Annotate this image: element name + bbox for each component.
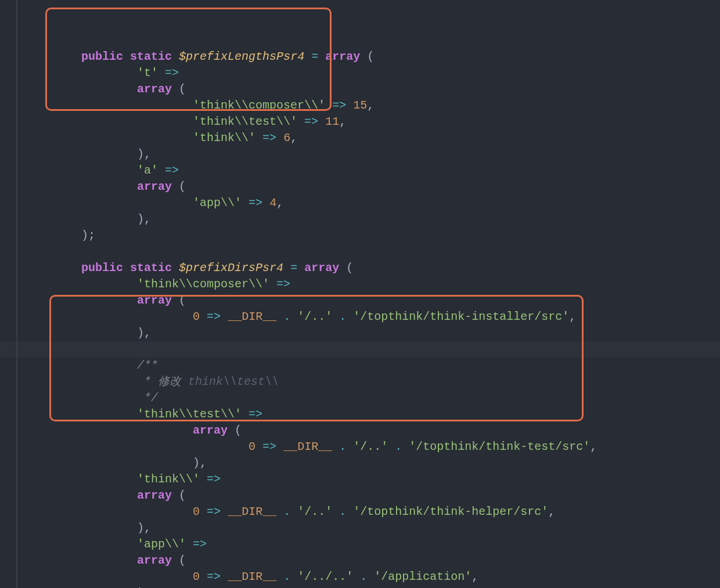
token-op: => [262, 440, 276, 453]
token-punct: ( [360, 50, 374, 63]
token-punct [158, 164, 165, 177]
token-str: 'think\\composer\\' [137, 277, 269, 291]
code-line: 0 => __DIR__ . '/../..' . '/application'… [0, 569, 720, 585]
token-punct [200, 310, 207, 323]
code-line: 'think\\composer\\' => 15, [0, 98, 720, 114]
code-line: ), [0, 325, 720, 341]
token-op: = [290, 261, 297, 275]
token-op: => [276, 277, 290, 291]
token-kw-static: static [130, 50, 172, 63]
token-num: 0 [193, 570, 200, 583]
token-op: => [207, 505, 221, 518]
token-punct [123, 50, 130, 63]
code-line: 0 => __DIR__ . '/..' . '/topthink/think-… [0, 504, 720, 520]
token-punct: , [144, 326, 151, 340]
token-num: 0 [193, 505, 200, 518]
token-str: '/../..' [297, 570, 353, 583]
token-punct [276, 570, 283, 583]
token-str: 'think\\test\\' [193, 115, 297, 128]
token-punct [332, 505, 339, 518]
token-num: 11 [325, 115, 339, 128]
code-line: 'think\\' => [0, 471, 720, 488]
token-kw-array: array [137, 554, 172, 567]
code-line: ), [0, 211, 720, 228]
token-punct [262, 196, 269, 210]
token-kw-public: public [81, 261, 123, 275]
token-punct: ; [88, 229, 95, 242]
token-op: . [283, 570, 290, 583]
token-punct [297, 261, 304, 275]
token-op: => [165, 66, 179, 80]
token-punct: ) [137, 147, 144, 161]
token-kw-array: array [304, 261, 339, 275]
token-punct: ( [172, 82, 186, 96]
code-line: 'think\\composer\\' => [0, 276, 720, 293]
token-punct [346, 440, 353, 453]
token-kw-array: array [325, 50, 360, 63]
code-line: 't' => [0, 65, 720, 81]
token-punct [276, 440, 283, 453]
token-punct: ) [137, 326, 144, 340]
code-line: array ( [0, 81, 720, 98]
token-op: . [339, 505, 346, 518]
token-op: => [165, 164, 179, 177]
code-line: /** [0, 358, 720, 374]
token-op: . [339, 310, 346, 323]
token-punct [242, 407, 249, 421]
code-line: 0 => __DIR__ . '/..' . '/topthink/think-… [0, 309, 720, 325]
token-punct [304, 50, 311, 63]
token-num: 0 [193, 310, 200, 323]
token-op: . [395, 440, 402, 453]
token-op: . [283, 310, 290, 323]
token-punct: , [367, 99, 374, 112]
token-punct [332, 440, 339, 453]
code-line: public static $prefixDirsPsr4 = array ( [0, 260, 720, 276]
token-punct: ( [172, 180, 186, 193]
token-punct [172, 50, 179, 63]
token-var: $prefixLengthsPsr4 [179, 50, 304, 63]
token-punct: , [471, 570, 478, 583]
token-str: 'think\\' [137, 472, 200, 486]
code-line: ), [0, 585, 720, 588]
code-line: 'think\\test\\' => 11, [0, 114, 720, 130]
code-editor-viewport[interactable]: public static $prefixLengthsPsr4 = array… [0, 0, 720, 588]
token-punct [353, 570, 360, 583]
token-str: 'app\\' [137, 538, 186, 551]
token-punct: ( [172, 554, 186, 567]
token-punct [158, 66, 165, 80]
token-punct: , [144, 212, 151, 226]
code-line: array ( [0, 293, 720, 309]
token-str: '/topthink/think-installer/src' [353, 310, 569, 323]
token-kw-array: array [137, 489, 172, 502]
token-punct [269, 277, 276, 291]
token-comment: * 修改 [137, 375, 188, 388]
token-str: 'think\\test\\' [137, 407, 242, 421]
token-punct [290, 570, 297, 583]
token-punct [276, 131, 283, 145]
code-line: ), [0, 146, 720, 163]
token-op: => [193, 538, 207, 551]
code-line: 'app\\' => 4, [0, 195, 720, 211]
token-punct: ) [81, 229, 88, 242]
token-punct [367, 570, 374, 583]
token-num: 6 [283, 131, 290, 145]
token-str: '/application' [374, 570, 471, 583]
token-punct: , [548, 505, 555, 518]
token-punct [346, 99, 353, 112]
token-str: '/topthink/think-test/src' [409, 440, 590, 453]
token-op: = [311, 50, 318, 63]
token-comment-em: think\\test\\ [188, 375, 279, 388]
token-punct [388, 440, 395, 453]
token-punct [346, 310, 353, 323]
indent-guide [16, 0, 17, 588]
token-punct [200, 570, 207, 583]
token-num: 4 [269, 196, 276, 210]
token-op: => [262, 131, 276, 145]
code-line: 'a' => [0, 163, 720, 179]
code-line [0, 341, 720, 358]
token-punct [200, 505, 207, 518]
token-punct [346, 505, 353, 518]
code-line: ), [0, 520, 720, 536]
token-const: __DIR__ [228, 570, 276, 583]
token-var: $prefixDirsPsr4 [179, 261, 283, 275]
